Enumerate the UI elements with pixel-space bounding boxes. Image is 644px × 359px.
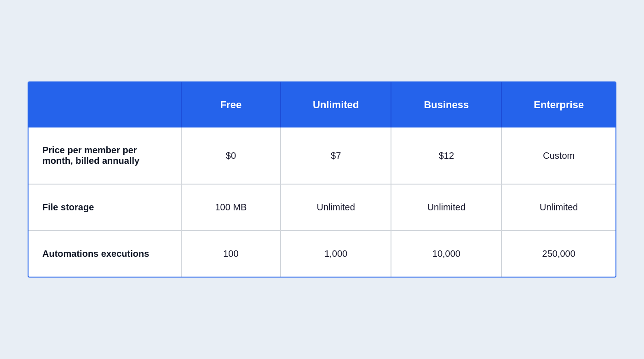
pricing-table: Free Unlimited Business Enterprise Price… — [29, 82, 615, 277]
header-free: Free — [181, 82, 281, 127]
row-1-unlimited: $7 — [281, 127, 391, 184]
row-3-unlimited: 1,000 — [281, 231, 391, 277]
row-1-enterprise: Custom — [501, 127, 615, 184]
row-2-free: 100 MB — [181, 184, 281, 231]
row-1-business: $12 — [391, 127, 501, 184]
row-2-unlimited: Unlimited — [281, 184, 391, 231]
row-3-free: 100 — [181, 231, 281, 277]
header-feature — [29, 82, 181, 127]
header-unlimited: Unlimited — [281, 82, 391, 127]
header-enterprise: Enterprise — [501, 82, 615, 127]
table-row: Price per member per month, billed annua… — [29, 127, 615, 184]
row-2-feature: File storage — [29, 184, 181, 231]
row-3-business: 10,000 — [391, 231, 501, 277]
pricing-table-wrapper: Free Unlimited Business Enterprise Price… — [28, 81, 616, 278]
row-1-feature: Price per member per month, billed annua… — [29, 127, 181, 184]
row-1-free: $0 — [181, 127, 281, 184]
row-2-enterprise: Unlimited — [501, 184, 615, 231]
row-3-feature: Automations executions — [29, 231, 181, 277]
row-2-business: Unlimited — [391, 184, 501, 231]
table-row: Automations executions 100 1,000 10,000 … — [29, 231, 615, 277]
row-3-enterprise: 250,000 — [501, 231, 615, 277]
table-header-row: Free Unlimited Business Enterprise — [29, 82, 615, 127]
header-business: Business — [391, 82, 501, 127]
table-row: File storage 100 MB Unlimited Unlimited … — [29, 184, 615, 231]
